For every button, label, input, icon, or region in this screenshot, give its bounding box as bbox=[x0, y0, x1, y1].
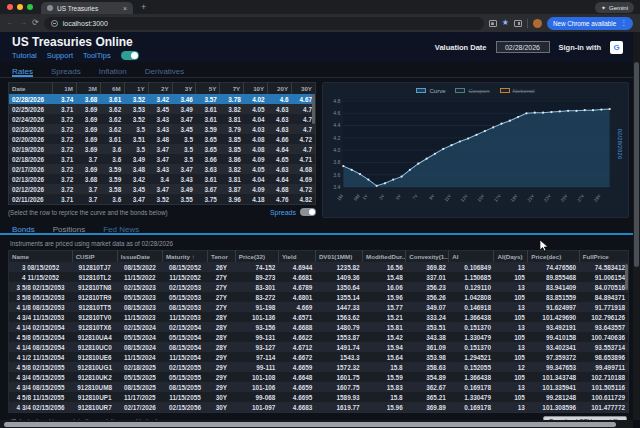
bookmark-star-icon[interactable]: ★ bbox=[502, 19, 509, 27]
bonds-col-header[interactable]: AI bbox=[449, 251, 494, 263]
bond-row[interactable]: 4 5/8 05/15/2054912810UA405/15/202405/15… bbox=[9, 332, 629, 342]
bond-row[interactable]: 4 3/4 08/15/2055912810UM808/15/202508/15… bbox=[9, 382, 629, 392]
tutorial-link[interactable]: Tutorial bbox=[12, 51, 37, 60]
rates-col-header[interactable]: 6M bbox=[100, 83, 124, 95]
chrome-menu-icon[interactable]: ⋮ bbox=[620, 19, 627, 27]
rates-row[interactable]: 02/25/20263.713.693.623.533.453.493.613.… bbox=[9, 104, 316, 114]
bond-row[interactable]: 4 1/8 08/15/2053912810TT508/15/202308/15… bbox=[9, 302, 629, 312]
chrome-update-button[interactable]: New Chrome available ⋮ bbox=[547, 17, 633, 30]
bonds-col-header[interactable]: Price(dec) bbox=[528, 251, 579, 263]
rates-row[interactable]: 02/23/20263.723.693.623.53.433.453.593.7… bbox=[9, 124, 316, 134]
close-window-button[interactable] bbox=[7, 4, 13, 10]
new-tab-button[interactable]: + bbox=[141, 3, 146, 12]
fullscreen-window-button[interactable] bbox=[27, 4, 33, 10]
rates-col-header[interactable]: 20Y bbox=[268, 83, 292, 95]
rates-col-header[interactable]: 2Y bbox=[148, 83, 172, 95]
rates-row[interactable]: 02/17/20263.723.693.593.483.433.473.633.… bbox=[9, 164, 316, 174]
tab-fed-news[interactable]: Fed News bbox=[103, 225, 139, 233]
rates-col-header[interactable]: Date bbox=[9, 83, 53, 95]
minimize-window-button[interactable] bbox=[17, 4, 23, 10]
rates-col-header[interactable]: 30Y bbox=[292, 83, 316, 95]
site-info-icon[interactable] bbox=[51, 20, 58, 27]
reload-icon[interactable]: ⟳ bbox=[32, 19, 39, 27]
bonds-col-header[interactable]: IssueDate bbox=[117, 251, 162, 263]
bond-row[interactable]: 3 08/15/2052912810TJ708/15/202208/15/205… bbox=[9, 262, 629, 272]
tab-rates[interactable]: Rates bbox=[12, 67, 33, 77]
rate-value-cell: 3.62 bbox=[100, 124, 124, 134]
yield-curve-chart[interactable]: CurveCouponNotional 3.43.63.84.04.24.44.… bbox=[322, 82, 629, 218]
bond-row[interactable]: 4 3/4 05/15/2055912810UK205/15/202505/15… bbox=[9, 372, 629, 382]
page-horizontal-scrollbar[interactable] bbox=[0, 420, 633, 428]
rates-row[interactable]: 02/11/20263.713.73.63.473.523.553.753.96… bbox=[9, 194, 316, 205]
bond-row[interactable]: 4 3/4 11/15/2053912810TV011/15/202311/15… bbox=[9, 312, 629, 322]
tooltips-link[interactable]: ToolTips bbox=[83, 51, 111, 60]
rates-col-header[interactable]: 1Y bbox=[124, 83, 148, 95]
forward-icon[interactable]: → bbox=[19, 19, 27, 27]
bonds-col-header[interactable]: Convexity(1... bbox=[406, 251, 449, 263]
bond-row[interactable]: 4 1/4 02/15/2054912810TX602/15/202402/15… bbox=[9, 322, 629, 332]
legend-item-notional[interactable]: Notional bbox=[500, 88, 535, 94]
vertical-scroll-thumb[interactable] bbox=[634, 62, 639, 267]
rates-col-header[interactable]: 7Y bbox=[220, 83, 244, 95]
rates-row[interactable]: 02/13/20263.723.683.593.423.43.433.613.8… bbox=[9, 174, 316, 184]
bond-row[interactable]: 4 5/8 11/15/2055912810UP111/17/202511/15… bbox=[9, 392, 629, 402]
tab-derivatives[interactable]: Derivatives bbox=[145, 67, 185, 77]
bond-row[interactable]: 3 5/8 05/15/2053912810TR905/15/202305/15… bbox=[9, 292, 629, 302]
bonds-col-header[interactable]: Tenor bbox=[208, 251, 236, 263]
bonds-col-header[interactable]: ModifiedDur... bbox=[363, 251, 406, 263]
valuation-date-input[interactable] bbox=[496, 41, 550, 53]
bond-row[interactable]: 4 5/8 02/15/2055912810UG102/18/202502/15… bbox=[9, 362, 629, 372]
bond-cell: 91-198 bbox=[235, 302, 278, 312]
rates-row[interactable]: 02/12/20263.723.73.583.453.473.493.673.8… bbox=[9, 184, 316, 194]
tab-positions[interactable]: Positions bbox=[53, 225, 85, 233]
bonds-col-header[interactable]: FullPrice bbox=[579, 251, 628, 263]
tab-close-icon[interactable]: × bbox=[123, 5, 127, 12]
rate-value-cell: 3.74 bbox=[53, 94, 77, 104]
bond-row[interactable]: 4 11/15/2052912810TL211/15/202211/15/205… bbox=[9, 272, 629, 282]
rates-col-header[interactable]: 10Y bbox=[244, 83, 268, 95]
rates-col-header[interactable]: 5Y bbox=[196, 83, 220, 95]
gemini-button[interactable]: ✦ Gemini bbox=[595, 2, 634, 13]
rates-row[interactable]: 02/20/20263.723.693.613.513.483.53.653.8… bbox=[9, 134, 316, 144]
tab-spreads[interactable]: Spreads bbox=[51, 67, 81, 77]
spreads-toggle[interactable] bbox=[300, 208, 316, 216]
bonds-col-header[interactable]: DV01(1MM) bbox=[315, 251, 362, 263]
side-panel-icon[interactable] bbox=[514, 20, 522, 27]
page-vertical-scrollbar[interactable] bbox=[633, 32, 640, 420]
bond-row[interactable]: 4 1/2 11/15/2054912810UE611/15/202411/15… bbox=[9, 352, 629, 362]
rates-col-header[interactable]: 3M bbox=[76, 83, 100, 95]
google-signin-button[interactable]: G bbox=[610, 41, 623, 54]
bonds-col-header[interactable]: CUSIP bbox=[72, 251, 117, 263]
legend-item-coupon[interactable]: Coupon bbox=[455, 88, 489, 94]
bonds-scrollbar[interactable] bbox=[625, 264, 628, 290]
bonds-col-header[interactable]: Yield bbox=[278, 251, 315, 263]
legend-item-curve[interactable]: Curve bbox=[416, 88, 445, 94]
tab-bonds[interactable]: Bonds bbox=[12, 225, 35, 233]
bonds-col-header[interactable]: AI(Days) bbox=[494, 251, 528, 263]
rates-row[interactable]: 02/28/20263.743.683.613.523.423.463.573.… bbox=[9, 94, 316, 104]
rates-row[interactable]: 02/18/20263.713.73.63.493.473.53.663.864… bbox=[9, 154, 316, 164]
bonds-col-header[interactable]: Maturity ↑ bbox=[162, 251, 207, 263]
address-bar[interactable]: localhost:3000 bbox=[44, 17, 484, 30]
cast-icon[interactable] bbox=[489, 20, 497, 27]
bond-row[interactable]: 4 3/4 02/15/2056912810UR702/17/202602/15… bbox=[9, 402, 629, 413]
rates-col-header[interactable]: 1M bbox=[53, 83, 77, 95]
support-link[interactable]: Support bbox=[47, 51, 73, 60]
back-icon[interactable]: ← bbox=[6, 19, 14, 27]
bonds-col-header[interactable]: Price(32) bbox=[235, 251, 278, 263]
horizontal-scroll-thumb[interactable] bbox=[4, 422, 616, 427]
rates-row[interactable]: 02/24/20263.723.693.623.523.433.473.613.… bbox=[9, 114, 316, 124]
rates-col-header[interactable]: 3Y bbox=[172, 83, 196, 95]
tooltips-toggle[interactable] bbox=[121, 51, 139, 60]
rates-row[interactable]: 02/19/20263.723.693.63.53.473.53.653.854… bbox=[9, 144, 316, 154]
browser-tab[interactable]: US Treasuries × bbox=[41, 2, 133, 14]
legend-label: Notional bbox=[513, 88, 535, 94]
profile-avatar[interactable] bbox=[533, 19, 542, 28]
bonds-col-header[interactable]: Name bbox=[9, 251, 73, 263]
curve-plot[interactable]: 3.43.63.84.04.24.44.64.81M6M1Y3Y5Y7Y9Y11… bbox=[323, 95, 628, 213]
bond-row[interactable]: 3 5/8 02/15/2053912810TN802/15/202302/15… bbox=[9, 282, 629, 292]
rates-scrollbar[interactable] bbox=[312, 94, 315, 124]
rate-value-cell: 3.71 bbox=[53, 194, 77, 205]
tab-inflation[interactable]: Inflation bbox=[99, 67, 127, 77]
bond-row[interactable]: 4 1/4 08/15/2054912810UC008/15/202408/15… bbox=[9, 342, 629, 352]
